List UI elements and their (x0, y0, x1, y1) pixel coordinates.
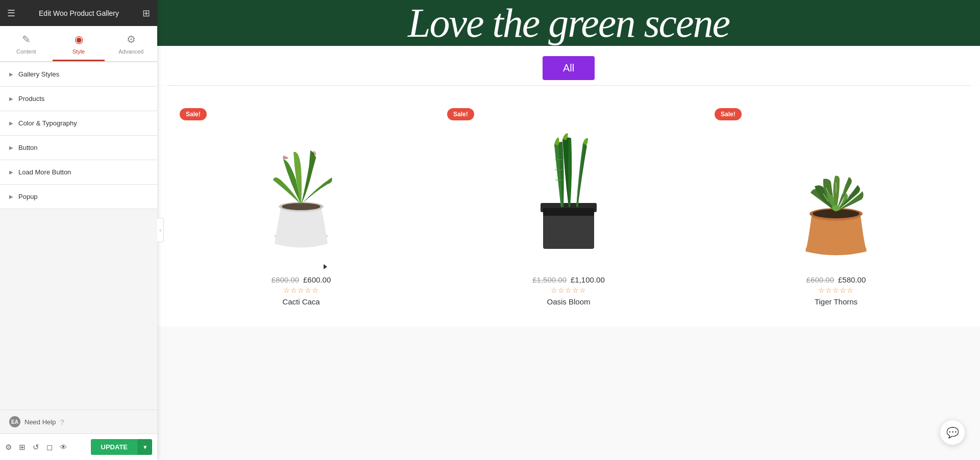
accordion-load-more-header: ▶ Load More Button (0, 160, 157, 184)
chevron-button-icon: ▶ (9, 145, 13, 150)
chevron-load-more-icon: ▶ (9, 169, 13, 175)
price-row-2: £600.00 £580.00 (806, 275, 866, 284)
collapse-panel-handle[interactable]: ‹ (157, 218, 164, 242)
accordion-products-label: Products (18, 95, 44, 103)
accordion-list: ▶ Gallery Styles ▶ Products ▶ Color & Ty… (0, 62, 157, 410)
chevron-gallery-styles-icon: ▶ (9, 71, 13, 77)
price-old-1: £1,500.00 (532, 275, 567, 284)
left-panel: ☰ Edit Woo Product Gallery ⊞ ✎ Content ◉… (0, 0, 157, 460)
product-card-0: Sale! (167, 101, 435, 316)
banner: Love the green scene (157, 0, 980, 46)
accordion-popup[interactable]: ▶ Popup (0, 185, 157, 209)
price-new-1: £1,100.00 (571, 275, 605, 284)
chevron-products-icon: ▶ (9, 96, 13, 101)
tab-content[interactable]: ✎ Content (0, 26, 53, 61)
panel-footer: EA Need Help ? (0, 410, 157, 433)
style-tab-icon: ◉ (75, 33, 83, 45)
accordion-button[interactable]: ▶ Button (0, 136, 157, 160)
product-card-1: Sale! (435, 101, 702, 316)
accordion-load-more-button[interactable]: ▶ Load More Button (0, 160, 157, 185)
content-tab-icon: ✎ (22, 33, 31, 45)
price-old-0: £800.00 (272, 275, 299, 284)
history-icon[interactable]: ↺ (33, 443, 39, 452)
accordion-button-header: ▶ Button (0, 136, 157, 160)
price-new-2: £580.00 (838, 275, 866, 284)
accordion-color-typography[interactable]: ▶ Color & Typography (0, 111, 157, 136)
accordion-color-typography-header: ▶ Color & Typography (0, 111, 157, 135)
hamburger-icon[interactable]: ☰ (7, 8, 15, 19)
stars-0: ☆☆☆☆☆ (283, 286, 319, 294)
update-dropdown-button[interactable]: ▾ (138, 439, 152, 455)
update-btn-group: UPDATE ▾ (91, 439, 152, 455)
toolbar-icons: ⚙ ⊞ ↺ ◻ 👁 (5, 443, 67, 452)
svg-rect-6 (543, 208, 594, 216)
price-row-0: £800.00 £600.00 (272, 275, 331, 284)
accordion-gallery-styles-header: ▶ Gallery Styles (0, 62, 157, 86)
plant-image-2 (790, 114, 882, 262)
price-new-0: £600.00 (303, 275, 331, 284)
plant-image-1 (528, 114, 609, 262)
panel-tabs: ✎ Content ◉ Style ⚙ Advanced (0, 26, 157, 62)
product-name-0: Cacti Caca (282, 297, 320, 306)
tab-style-label: Style (72, 48, 85, 55)
product-image-2 (713, 106, 960, 269)
bottom-toolbar: ⚙ ⊞ ↺ ◻ 👁 UPDATE ▾ (0, 433, 157, 460)
product-name-1: Oasis Bloom (547, 297, 590, 306)
products-grid: Sale! (157, 86, 980, 326)
tab-advanced[interactable]: ⚙ Advanced (105, 26, 157, 61)
settings-icon[interactable]: ⚙ (5, 443, 12, 452)
chat-button[interactable]: 💬 (940, 420, 965, 445)
banner-text: Love the green scene (408, 3, 729, 43)
product-image-1 (445, 106, 692, 269)
panel-title: Edit Woo Product Gallery (39, 9, 119, 17)
accordion-products-header: ▶ Products (0, 87, 157, 111)
accordion-load-more-label: Load More Button (18, 168, 71, 176)
accordion-color-typography-label: Color & Typography (18, 119, 77, 127)
accordion-products[interactable]: ▶ Products (0, 87, 157, 111)
price-row-1: £1,500.00 £1,100.00 (532, 275, 604, 284)
accordion-button-label: Button (18, 144, 38, 151)
filter-all-button[interactable]: All (543, 56, 595, 80)
product-card-2: Sale! (702, 101, 970, 316)
tab-advanced-label: Advanced (118, 48, 143, 55)
sale-badge-0: Sale! (180, 108, 207, 120)
panel-header: ☰ Edit Woo Product Gallery ⊞ (0, 0, 157, 26)
help-circle-icon[interactable]: ? (60, 418, 64, 426)
update-button[interactable]: UPDATE (91, 439, 138, 455)
preview-icon[interactable]: 👁 (60, 443, 67, 451)
chevron-color-typography-icon: ▶ (9, 120, 13, 126)
sale-badge-1: Sale! (447, 108, 474, 120)
right-preview: Love the green scene All Sale! (157, 0, 980, 460)
stars-1: ☆☆☆☆☆ (551, 286, 586, 294)
accordion-gallery-styles-label: Gallery Styles (18, 70, 59, 78)
tab-content-label: Content (16, 48, 36, 55)
product-name-2: Tiger Thorns (815, 297, 857, 306)
chevron-popup-icon: ▶ (9, 194, 13, 199)
tab-style[interactable]: ◉ Style (53, 26, 105, 61)
accordion-popup-label: Popup (18, 193, 38, 200)
product-image-0 (178, 106, 425, 269)
responsive-icon[interactable]: ◻ (46, 443, 53, 452)
grid-icon[interactable]: ⊞ (142, 8, 150, 19)
stars-2: ☆☆☆☆☆ (818, 286, 854, 294)
need-help-label[interactable]: Need Help (24, 418, 56, 426)
filter-bar: All (157, 46, 980, 85)
ea-badge: EA (9, 416, 20, 427)
advanced-tab-icon: ⚙ (127, 33, 136, 45)
accordion-popup-header: ▶ Popup (0, 185, 157, 209)
layers-icon[interactable]: ⊞ (19, 443, 26, 452)
sale-badge-2: Sale! (715, 108, 742, 120)
price-old-2: £600.00 (806, 275, 834, 284)
plant-image-0 (260, 114, 342, 262)
accordion-gallery-styles[interactable]: ▶ Gallery Styles (0, 62, 157, 87)
svg-point-19 (832, 205, 840, 211)
